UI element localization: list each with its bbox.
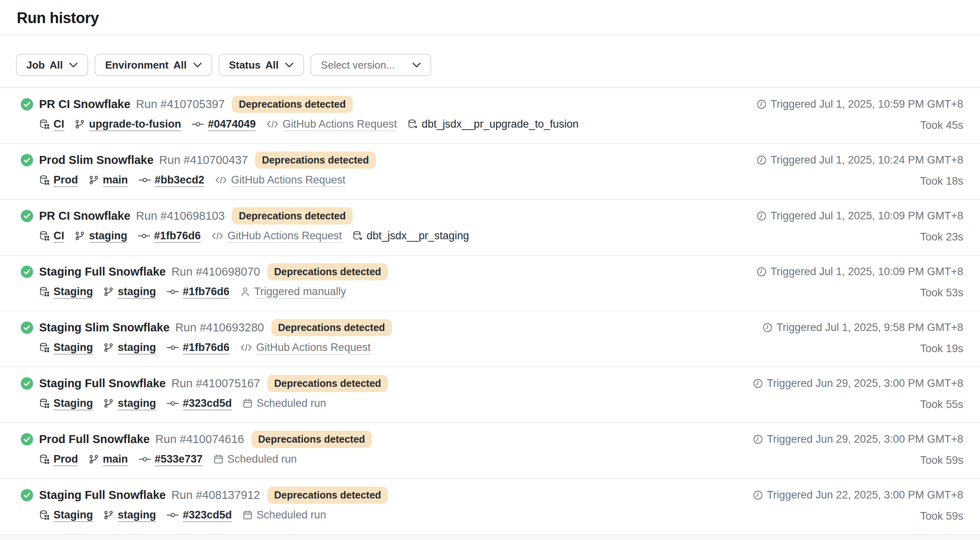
environment-meta: CI [39,230,64,242]
run-row: Staging Full Snowflake Run #410698070 De… [0,256,980,311]
schema-name: dbt_jsdx__pr_upgrade_to_fusion [422,118,579,130]
run-row-main: Prod Slim Snowflake Run #410700437 Depre… [21,151,376,199]
environment-meta: Staging [39,341,93,354]
environment-link[interactable]: CI [53,118,64,130]
branch-link[interactable]: staging [89,230,127,242]
success-check-icon [21,377,33,390]
environment-link[interactable]: Staging [53,397,93,410]
run-row: Prod Full Snowflake Run #410074616 Depre… [0,423,980,479]
schema-meta: dbt_jsdx__pr_upgrade_to_fusion [407,118,579,130]
clock-icon [756,266,767,277]
commit-link[interactable]: #1fb76d6 [154,230,201,242]
branch-meta: staging [103,397,156,410]
branch-link[interactable]: staging [118,509,156,521]
commit-link[interactable]: #1fb76d6 [183,286,229,298]
commit-link[interactable]: #bb3ecd2 [155,174,205,186]
environment-link[interactable]: Staging [53,341,93,354]
environment-link[interactable]: CI [53,230,64,242]
trigger-label: GitHub Actions Request [231,174,346,186]
deprecations-badge: Deprecations detected [232,207,352,225]
run-row-timing: Triggered Jun 29, 2025, 3:00 PM GMT+8 To… [753,374,963,422]
environment-link[interactable]: Staging [53,286,93,298]
job-name-link[interactable]: Staging Full Snowflake [39,377,166,390]
success-check-icon [21,154,33,166]
environment-filter-value: All [173,59,186,71]
chevron-down-icon [285,62,294,68]
run-row-main: PR CI Snowflake Run #410705397 Deprecati… [21,95,579,143]
version-select[interactable]: Select version... [310,54,431,76]
branch-link[interactable]: staging [118,341,156,354]
commit-link[interactable]: #323cd5d [183,509,232,521]
commit-meta: #1fb76d6 [138,230,201,242]
run-duration: Took 23s [920,231,963,243]
branch-link[interactable]: upgrade-to-fusion [89,118,181,130]
triggered-time: Triggered Jul 1, 2025, 10:59 PM GMT+8 [771,98,963,110]
job-name-link[interactable]: Prod Full Snowflake [39,433,150,446]
run-number: Run #410698103 [136,209,225,223]
environment-filter-button[interactable]: Environment All [95,54,212,76]
environment-meta: Staging [39,397,93,410]
git-branch-icon [103,342,114,353]
trigger-label: GitHub Actions Request [256,341,371,354]
commit-link[interactable]: #533e737 [155,453,203,465]
environment-link[interactable]: Staging [53,509,93,521]
clock-icon [753,490,763,501]
deprecations-badge: Deprecations detected [271,319,392,336]
branch-link[interactable]: staging [118,397,156,410]
schema-name: dbt_jsdx__pr_staging [367,230,469,242]
git-commit-icon [166,342,179,353]
commit-link[interactable]: #0474049 [208,118,256,130]
run-row-timing: Triggered Jun 22, 2025, 3:00 PM GMT+8 To… [753,486,963,534]
run-row: PR CI Snowflake Run #410698103 Deprecati… [0,200,980,256]
branch-link[interactable]: main [103,174,128,186]
run-row: Staging Slim Snowflake Run #410693280 De… [0,311,980,367]
status-filter-button[interactable]: Status All [219,54,304,76]
branch-link[interactable]: staging [118,286,156,298]
success-check-icon [21,321,33,334]
environment-link[interactable]: Prod [53,453,78,465]
job-filter-button[interactable]: Job All [16,54,88,76]
run-row-main: Staging Full Snowflake Run #408137912 De… [21,486,388,534]
database-arrow-icon [352,231,363,241]
calendar-icon [213,454,224,465]
trigger-label: GitHub Actions Request [227,230,342,242]
clock-icon [756,211,767,221]
git-commit-icon [138,454,151,465]
commit-meta: #1fb76d6 [166,286,229,298]
git-branch-icon [103,286,114,297]
environment-database-icon [39,342,50,353]
git-branch-icon [89,454,99,465]
triggered-time: Triggered Jun 29, 2025, 3:00 PM GMT+8 [767,377,963,390]
clock-icon [756,155,767,166]
environment-meta: Staging [39,509,93,521]
job-name-link[interactable]: Staging Full Snowflake [39,489,166,502]
commit-link[interactable]: #1fb76d6 [183,341,229,354]
branch-meta: staging [103,286,156,298]
branch-meta: staging [75,230,127,242]
run-row-timing: Triggered Jul 1, 2025, 10:59 PM GMT+8 To… [756,95,963,143]
success-check-icon [21,266,33,278]
run-row: PR CI Snowflake Run #410705397 Deprecati… [0,88,980,144]
environment-database-icon [39,119,50,130]
run-duration: Took 45s [920,119,963,132]
branch-meta: upgrade-to-fusion [75,118,181,130]
job-name-link[interactable]: PR CI Snowflake [39,209,130,223]
triggered-time: Triggered Jul 1, 2025, 10:24 PM GMT+8 [771,154,963,166]
job-name-link[interactable]: Prod Slim Snowflake [39,154,154,167]
environment-link[interactable]: Prod [53,174,78,186]
job-name-link[interactable]: PR CI Snowflake [39,98,130,111]
run-row-timing: Triggered Jun 29, 2025, 3:00 PM GMT+8 To… [753,430,963,478]
environment-database-icon [39,398,50,409]
branch-link[interactable]: main [103,453,128,465]
success-check-icon [21,98,33,110]
job-filter-label: Job [26,59,45,71]
git-commit-icon [166,510,179,520]
commit-link[interactable]: #323cd5d [183,397,232,410]
code-icon [240,342,253,353]
trigger-label: Triggered manually [254,286,346,298]
job-name-link[interactable]: Staging Slim Snowflake [39,321,170,334]
success-check-icon [21,210,33,222]
job-name-link[interactable]: Staging Full Snowflake [39,265,166,278]
run-row-timing: Triggered Jul 1, 2025, 10:09 PM GMT+8 To… [756,263,963,311]
version-select-placeholder: Select version... [321,59,395,71]
